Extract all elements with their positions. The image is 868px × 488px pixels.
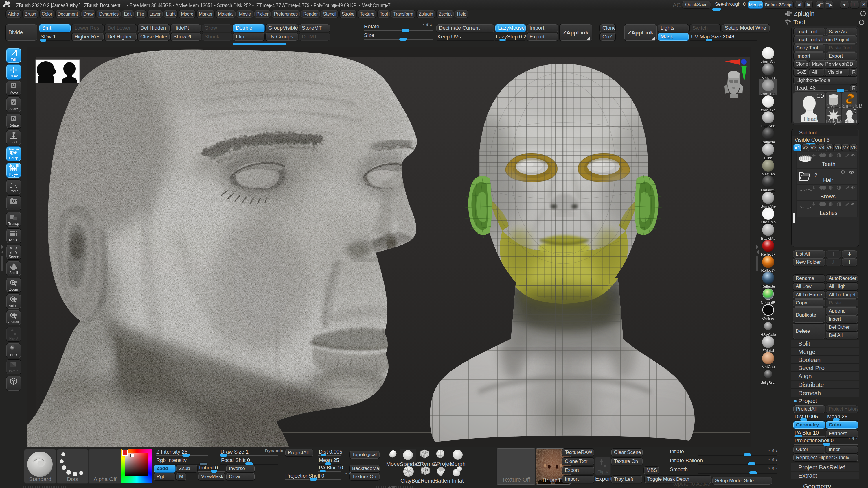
- svg-text:M: M: [12, 83, 16, 88]
- svg-text:Line Fill: Line Fill: [9, 164, 19, 167]
- svg-text:R: R: [12, 116, 16, 121]
- svg-text:Dynamic: Dynamic: [9, 148, 19, 151]
- svg-text:S: S: [12, 100, 15, 105]
- svg-text:×ʧz: ×ʧz: [11, 132, 16, 134]
